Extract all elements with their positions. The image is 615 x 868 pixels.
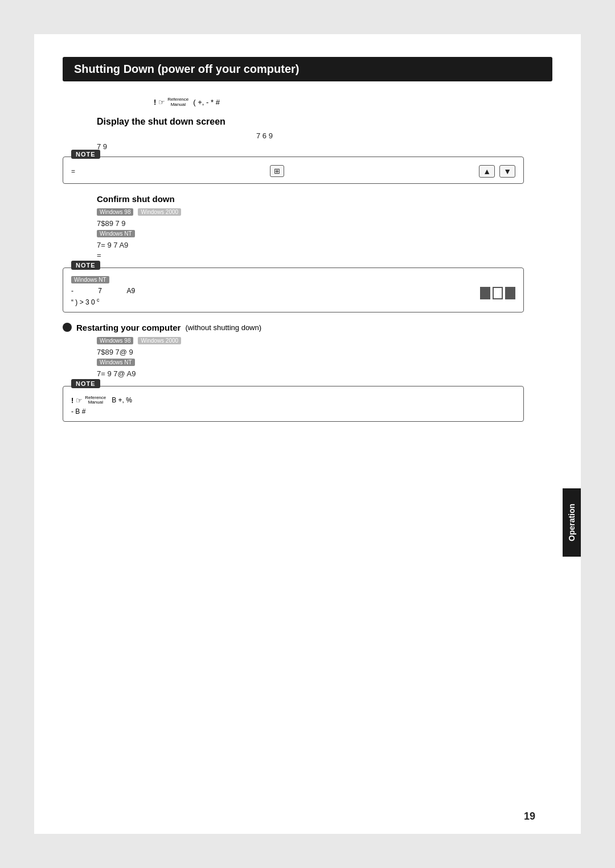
- note1-equals: =: [71, 167, 75, 175]
- page-number: 19: [524, 811, 535, 822]
- note3-text1: !: [71, 396, 73, 405]
- confirm-step1: 7$89 7 9: [97, 219, 552, 228]
- note-box-1: NOTE = ⊞ ▲ ▼: [63, 157, 524, 184]
- restart-step2: 7= 9 7@ A9: [97, 369, 552, 378]
- display-heading: Display the shut down screen: [97, 117, 552, 127]
- note2-line1: - 7 A9: [71, 287, 475, 295]
- exclamation-icon: !: [154, 98, 156, 106]
- reference-manual-label: Reference Manual: [167, 97, 188, 108]
- up-arrow-btn: ▲: [479, 165, 495, 178]
- operation-tab: Operation: [563, 488, 581, 557]
- win-tags-row-2: Windows NT: [97, 230, 552, 238]
- restart-windowsnt-tag: Windows NT: [97, 359, 135, 366]
- windows98-tag: Windows 98: [97, 208, 133, 216]
- note3-line2: - B #: [71, 408, 515, 416]
- windowsnt-tag-2: Windows NT: [71, 276, 109, 283]
- note2-line2: “ ) > 3 0 c: [71, 297, 475, 306]
- display-step1: 7 6 9: [256, 131, 552, 140]
- note-label-3: NOTE: [71, 379, 100, 388]
- note-label-2: NOTE: [71, 261, 100, 270]
- bar-solid-2: [505, 287, 515, 299]
- note-content-1: = ⊞ ▲ ▼: [71, 165, 515, 178]
- restart-windows98-tag: Windows 98: [97, 337, 133, 344]
- note-label-1: NOTE: [71, 150, 100, 159]
- ref-arrow-icon: ☞: [158, 98, 165, 106]
- title-text: Shutting Down (power off your computer): [74, 63, 300, 75]
- win-tags-row-1: Windows 98 Windows 2000: [97, 208, 552, 217]
- confirm-section: Confirm shut down Windows 98 Windows 200…: [63, 194, 552, 260]
- restart-heading-bold: Restarting your computer: [76, 323, 181, 332]
- right-sidebar: Operation: [560, 211, 581, 834]
- display-section: Display the shut down screen 7 6 9 7 9: [63, 117, 552, 151]
- note2-content: Windows NT - 7 A9 “ ) > 3 0 c: [71, 276, 515, 306]
- note-bars: [480, 287, 515, 299]
- windowsnt-tag-1: Windows NT: [97, 230, 135, 237]
- ref-line-text: ( +, - * #: [193, 98, 220, 106]
- restart-heading-normal: (without shutting down): [185, 323, 261, 332]
- restart-windows2000-tag: Windows 2000: [138, 337, 181, 344]
- note3-text2: B +, %: [112, 396, 132, 404]
- restart-section: Restarting your computer (without shutti…: [63, 323, 552, 378]
- restart-heading: Restarting your computer (without shutti…: [63, 323, 552, 332]
- bar-solid-1: [480, 287, 490, 299]
- down-arrow-btn: ▼: [499, 165, 515, 178]
- restart-win-tags-1: Windows 98 Windows 2000: [97, 337, 552, 345]
- bullet-icon: [63, 323, 72, 332]
- page: Shutting Down (power off your computer) …: [34, 34, 581, 834]
- bar-outline-1: [493, 287, 503, 299]
- restart-step1: 7$89 7@ 9: [97, 348, 552, 356]
- note-box-3: NOTE ! ☞ Reference Manual B +, % - B #: [63, 386, 524, 422]
- note3-arrow: ☞: [76, 396, 83, 405]
- restart-win-tags-2: Windows NT: [97, 359, 552, 367]
- note-box-2: NOTE Windows NT - 7 A9 “ ) > 3 0 c: [63, 268, 524, 312]
- reference-line-1: ! ☞ Reference Manual ( +, - * #: [154, 97, 552, 108]
- keyboard-icon: ⊞: [270, 165, 284, 177]
- title-bar: Shutting Down (power off your computer): [63, 57, 552, 81]
- display-step2: 7 9: [97, 142, 552, 151]
- windows2000-tag: Windows 2000: [138, 208, 181, 216]
- note3-ref-label: Reference Manual: [85, 396, 106, 406]
- note3-content: ! ☞ Reference Manual B +, % - B #: [71, 396, 515, 416]
- confirm-equals: =: [97, 251, 552, 260]
- confirm-heading: Confirm shut down: [97, 194, 552, 204]
- confirm-step2: 7= 9 7 A9: [97, 241, 552, 249]
